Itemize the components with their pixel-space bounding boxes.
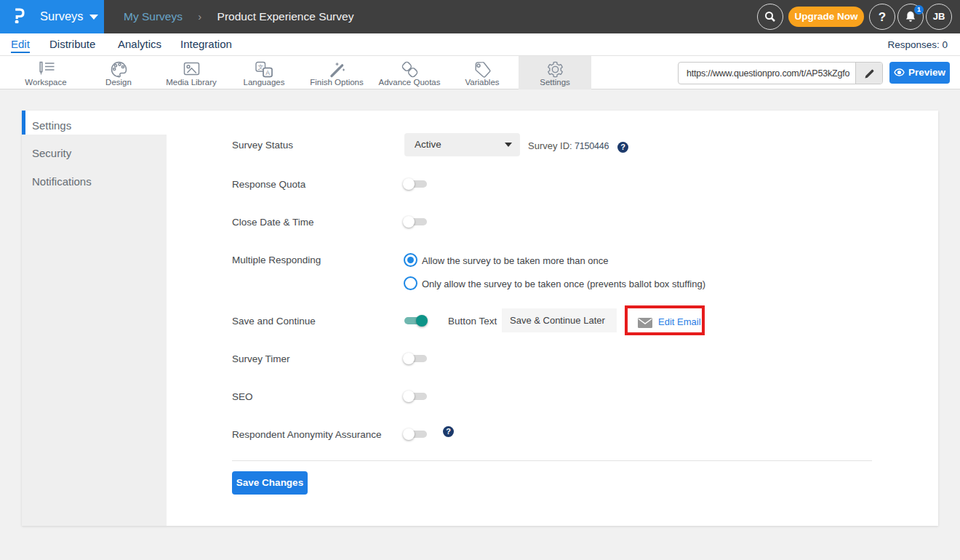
svg-text:文: 文	[258, 64, 264, 71]
svg-text:A: A	[265, 69, 270, 76]
